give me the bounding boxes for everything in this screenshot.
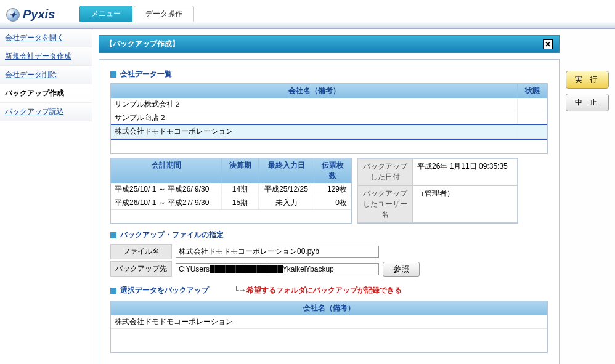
label-backup-date: バックアップした日付 xyxy=(357,158,413,185)
cell-term: 15期 xyxy=(222,196,259,209)
value-backup-date: 平成26年 1月11日 09:35:35 xyxy=(413,158,518,185)
table-row[interactable]: サンプル株式会社２ xyxy=(111,98,547,111)
brand-text: Pyxis xyxy=(23,7,55,22)
cell-status xyxy=(518,125,547,138)
backup-info-grid: バックアップした日付 平成26年 1月11日 09:35:35 バックアップした… xyxy=(357,158,518,224)
cell-period: 平成26/10/ 1 ～ 平成27/ 9/30 xyxy=(111,196,222,209)
cell-status xyxy=(518,111,547,124)
col-status: 状態 xyxy=(518,84,547,98)
cell-company-name: サンプル株式会社２ xyxy=(111,98,518,111)
execute-button[interactable]: 実 行 xyxy=(566,71,609,89)
label-backup-user: バックアップしたユーザー名 xyxy=(357,185,413,223)
action-column: 実 行 中 止 xyxy=(566,35,609,358)
panel-title-bar: 【バックアップ作成】 ✕ xyxy=(99,35,560,53)
sidebar-item-new-company[interactable]: 新規会社データ作成 xyxy=(0,47,92,66)
cell-last: 未入力 xyxy=(259,196,314,209)
period-grid: 会計期間 決算期 最終入力日 伝票枚数 平成25/10/ 1 ～ 平成26/ 9… xyxy=(110,158,352,224)
cell-company-name: 株式会社ドモドモコーポレーション xyxy=(111,125,518,138)
table-row[interactable]: 平成26/10/ 1 ～ 平成27/ 9/30 15期 未入力 0枚 xyxy=(111,196,351,210)
panel-title: 【バックアップ作成】 xyxy=(105,39,179,49)
sidebar-item-backup-restore[interactable]: バックアップ読込 xyxy=(0,103,92,121)
section-file-spec: バックアップ・ファイルの指定 xyxy=(110,230,548,240)
value-backup-user: （管理者） xyxy=(413,185,518,223)
col-selected-name: 会社名（備考） xyxy=(111,301,547,315)
section-company-list: 会社データ一覧 xyxy=(110,69,548,79)
cell-company-name: サンプル商店２ xyxy=(111,111,518,124)
table-row[interactable]: 平成25/10/ 1 ～ 平成26/ 9/30 14期 平成25/12/25 1… xyxy=(111,183,351,196)
filename-input[interactable] xyxy=(176,246,379,258)
col-slips: 伝票枚数 xyxy=(314,158,351,183)
tab-menu[interactable]: メニュー xyxy=(79,6,132,22)
backup-dest-input[interactable] xyxy=(176,263,379,275)
selected-grid: 会社名（備考） 株式会社ドモドモコーポレーション xyxy=(110,301,548,353)
cell-selected-name: 株式会社ドモドモコーポレーション xyxy=(111,315,547,328)
tab-data-ops[interactable]: データ操作 xyxy=(134,6,194,22)
cancel-button[interactable]: 中 止 xyxy=(566,94,609,111)
table-row[interactable]: サンプル商店２ xyxy=(111,111,547,125)
bullet-icon xyxy=(110,232,116,238)
file-spec-heading: バックアップ・ファイルの指定 xyxy=(120,230,224,240)
table-row[interactable]: 株式会社ドモドモコーポレーション xyxy=(111,315,547,329)
hint-text: └→希望するフォルダにバックアップが記録できる xyxy=(234,285,402,296)
tab-bar: メニュー データ操作 xyxy=(79,6,194,22)
bullet-icon xyxy=(110,71,116,78)
close-icon[interactable]: ✕ xyxy=(543,39,553,49)
header-gradient xyxy=(0,22,615,29)
app-logo: ✦ Pyxis xyxy=(6,7,55,22)
cell-period: 平成25/10/ 1 ～ 平成26/ 9/30 xyxy=(111,183,222,196)
label-backup-dest: バックアップ先 xyxy=(110,261,172,277)
table-row[interactable]: 株式会社ドモドモコーポレーション xyxy=(111,125,547,139)
col-term: 決算期 xyxy=(222,158,259,183)
col-last-input: 最終入力日 xyxy=(259,158,314,183)
cell-slips: 129枚 xyxy=(314,183,351,196)
cell-slips: 0枚 xyxy=(314,196,351,209)
form-body: 会社データ一覧 会社名（備考） 状態 サンプル株式会社２ サンプル商店２ xyxy=(99,59,560,364)
sidebar-item-delete-company[interactable]: 会社データ削除 xyxy=(0,66,92,84)
bullet-icon xyxy=(110,288,116,294)
sidebar-item-backup-create[interactable]: バックアップ作成 xyxy=(0,84,92,103)
cell-term: 14期 xyxy=(222,183,259,196)
company-grid: 会社名（備考） 状態 サンプル株式会社２ サンプル商店２ xyxy=(110,83,548,154)
section-selected-data: 選択データをバックアップ xyxy=(110,285,209,296)
selected-heading: 選択データをバックアップ xyxy=(120,285,209,296)
label-filename: ファイル名 xyxy=(110,244,172,259)
company-list-heading: 会社データ一覧 xyxy=(120,69,172,79)
col-period: 会計期間 xyxy=(111,158,222,183)
cell-status xyxy=(518,98,547,111)
col-company-name: 会社名（備考） xyxy=(111,84,518,98)
cell-last: 平成25/12/25 xyxy=(259,183,314,196)
sidebar-item-open-company[interactable]: 会社データを開く xyxy=(0,29,92,47)
globe-icon: ✦ xyxy=(6,8,20,22)
sidebar: 会社データを開く 新規会社データ作成 会社データ削除 バックアップ作成 バックア… xyxy=(0,29,92,364)
top-bar: ✦ Pyxis メニュー データ操作 xyxy=(0,0,615,22)
browse-button[interactable]: 参照 xyxy=(383,262,420,277)
